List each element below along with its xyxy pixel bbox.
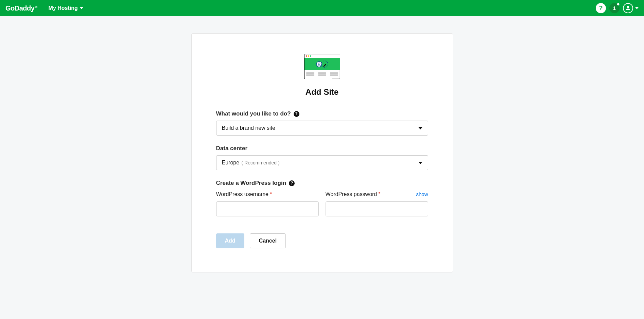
- username-input[interactable]: [216, 201, 319, 216]
- page-title: Add Site: [216, 87, 428, 97]
- logo-text: GoDaddy: [5, 4, 34, 12]
- username-label: WordPress username*: [216, 191, 319, 197]
- svg-rect-8: [306, 72, 314, 74]
- notifications-button[interactable]: 1: [609, 3, 620, 13]
- action-select[interactable]: Build a brand new site: [216, 121, 428, 136]
- logo-registered: ®: [35, 5, 37, 9]
- svg-point-4: [310, 55, 311, 57]
- help-icon: ?: [599, 5, 603, 12]
- svg-point-3: [308, 55, 309, 57]
- svg-rect-9: [306, 74, 314, 76]
- show-password-link[interactable]: show: [416, 191, 428, 197]
- site-illustration-icon: [304, 54, 340, 79]
- login-section-label: Create a WordPress login: [216, 180, 286, 187]
- chevron-down-icon: [635, 7, 639, 9]
- help-icon[interactable]: ?: [289, 180, 295, 186]
- svg-rect-10: [318, 72, 326, 74]
- datacenter-select-value: Europe ( Recommended ): [222, 160, 280, 166]
- nav-my-hosting-label: My Hosting: [49, 5, 78, 11]
- svg-point-2: [306, 55, 307, 57]
- datacenter-select[interactable]: Europe ( Recommended ): [216, 155, 428, 170]
- divider: [43, 4, 43, 13]
- notification-count: 1: [613, 5, 616, 11]
- action-label: What would you like to do?: [216, 110, 291, 117]
- chevron-down-icon: [418, 127, 422, 129]
- topbar-right: ? 1: [596, 3, 639, 13]
- account-menu[interactable]: [623, 3, 639, 13]
- password-input[interactable]: [326, 201, 428, 216]
- datacenter-label: Data center: [216, 145, 248, 152]
- svg-rect-11: [318, 74, 326, 76]
- bell-icon: [616, 2, 620, 6]
- help-button[interactable]: ?: [596, 3, 606, 13]
- chevron-down-icon: [80, 7, 83, 9]
- svg-rect-13: [330, 74, 338, 76]
- add-site-card: Add Site What would you like to do? ? Bu…: [191, 33, 453, 272]
- password-label: WordPress password*: [326, 191, 381, 197]
- avatar-icon: [623, 3, 633, 13]
- logo[interactable]: GoDaddy ®: [5, 4, 42, 12]
- svg-rect-1: [304, 54, 340, 58]
- nav-my-hosting[interactable]: My Hosting: [45, 3, 87, 13]
- svg-rect-12: [330, 72, 338, 74]
- svg-rect-5: [304, 58, 340, 70]
- cancel-button[interactable]: Cancel: [250, 233, 286, 248]
- chevron-down-icon: [418, 162, 422, 164]
- help-icon[interactable]: ?: [294, 111, 299, 117]
- add-button[interactable]: Add: [216, 233, 244, 248]
- action-select-value: Build a brand new site: [222, 125, 275, 131]
- topbar: GoDaddy ® My Hosting ? 1: [0, 0, 644, 16]
